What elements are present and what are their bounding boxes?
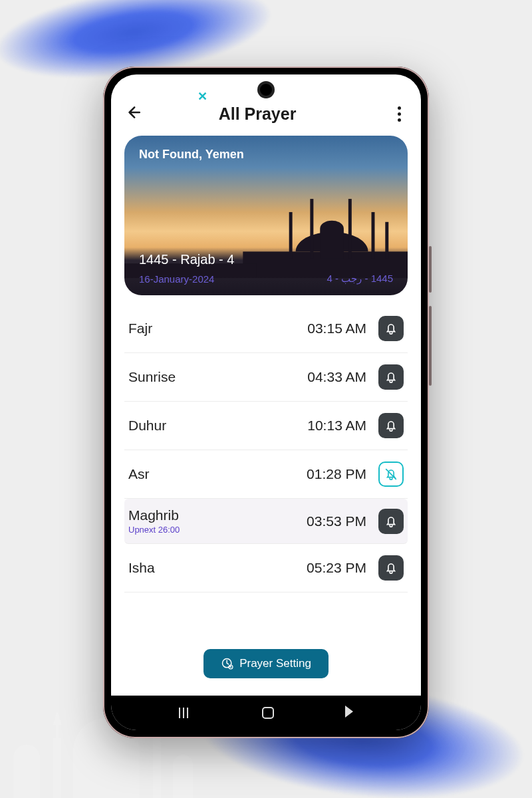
prayer-setting-button[interactable]: Prayer Setting: [203, 649, 329, 678]
nav-home-button[interactable]: [262, 707, 274, 719]
prayer-time: 04:33 AM: [307, 369, 366, 385]
bell-icon: [384, 370, 398, 384]
camera-punch-hole: [260, 84, 272, 96]
bell-icon: [384, 418, 398, 433]
bell-icon: [384, 514, 398, 529]
nav-back-button[interactable]: [344, 706, 353, 720]
prayer-row: Isha05:23 PM: [124, 544, 408, 593]
setting-button-label: Prayer Setting: [239, 657, 311, 670]
app-bar: All Prayer: [111, 74, 421, 130]
prayer-name: Duhur: [128, 418, 299, 434]
gregorian-date: 16-January-2024: [139, 273, 214, 285]
prayer-upnext: Upnext 26:00: [128, 525, 299, 535]
bell-toggle-on[interactable]: [378, 316, 404, 341]
prayer-row: Sunrise04:33 AM: [124, 353, 408, 402]
android-navbar: [111, 696, 421, 730]
svg-rect-2: [289, 212, 293, 258]
prayer-row: Asr01:28 PM: [124, 450, 408, 499]
prayer-name: Maghrib: [128, 507, 299, 523]
phone-side-button: [429, 306, 432, 386]
bell-toggle-on[interactable]: [378, 364, 404, 390]
clock-gear-icon: [221, 657, 234, 670]
bell-icon: [384, 321, 398, 336]
prayer-time: 10:13 AM: [307, 418, 366, 434]
bell-toggle-off[interactable]: [378, 462, 404, 487]
phone-screen: ✕ All Prayer: [111, 74, 421, 730]
prayer-row: MaghribUpnext 26:0003:53 PM: [124, 499, 408, 544]
arabic-date: 1445 - رجب - 4: [327, 273, 393, 285]
page-title: All Prayer: [134, 104, 381, 124]
prayer-time: 01:28 PM: [307, 466, 366, 482]
prayer-list: Fajr03:15 AMSunrise04:33 AMDuhur10:13 AM…: [111, 305, 421, 633]
prayer-name: Isha: [128, 560, 299, 576]
more-menu-button[interactable]: [390, 105, 408, 122]
footer-area: Prayer Setting: [111, 633, 421, 696]
bell-off-icon: [384, 467, 398, 481]
prayer-time: 03:53 PM: [307, 513, 366, 529]
bell-icon: [384, 561, 398, 575]
bell-toggle-on[interactable]: [378, 555, 404, 581]
svg-rect-4: [348, 199, 352, 258]
prayer-time: 05:23 PM: [307, 560, 366, 576]
close-icon[interactable]: ✕: [198, 89, 207, 104]
prayer-row: Duhur10:13 AM: [124, 402, 408, 450]
phone-frame: ✕ All Prayer: [103, 66, 429, 738]
prayer-name: Fajr: [128, 321, 299, 336]
svg-rect-6: [385, 222, 388, 258]
phone-side-button: [429, 246, 432, 293]
prayer-name: Asr: [128, 466, 299, 482]
hijri-date: 1445 - Rajab - 4: [139, 252, 234, 267]
bell-toggle-on[interactable]: [378, 413, 404, 438]
prayer-time: 03:15 AM: [307, 321, 366, 336]
svg-rect-3: [310, 199, 313, 258]
location-label: Not Found, Yemen: [139, 148, 244, 162]
prayer-row: Fajr03:15 AM: [124, 305, 408, 353]
svg-rect-5: [372, 212, 375, 258]
svg-point-9: [230, 666, 231, 668]
nav-recent-button[interactable]: [179, 708, 192, 718]
prayer-name: Sunrise: [128, 369, 299, 385]
hero-card: Not Found, Yemen 1445 - Rajab - 4 16-Jan…: [124, 136, 408, 295]
bell-toggle-on[interactable]: [378, 509, 404, 534]
